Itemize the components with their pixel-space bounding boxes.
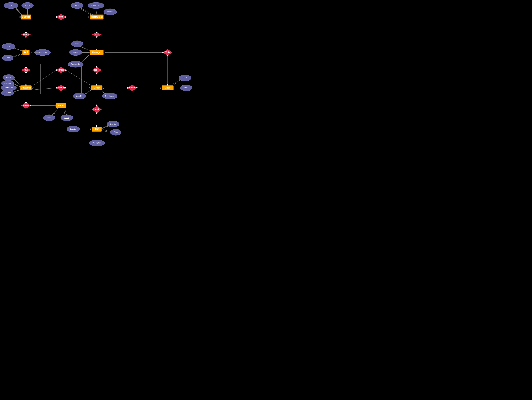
cheff-name-attr: Name (180, 85, 192, 91)
svg-line-74 (89, 87, 91, 88)
svg-line-153 (84, 90, 91, 94)
svg-point-108 (96, 66, 97, 68)
svg-point-96 (96, 32, 97, 33)
restaurant-address-attr: Address (104, 9, 117, 15)
waiter-rel-label: waiter (23, 104, 29, 106)
svg-point-120 (96, 105, 97, 106)
svg-line-68 (103, 51, 105, 52)
manager-contactno-label: Contact No. (71, 63, 80, 65)
manager-entity: Manager (90, 50, 105, 55)
order-noofitems-label: No. of items (105, 95, 114, 97)
svg-point-102 (25, 67, 27, 68)
item-description-attr: Description (89, 140, 105, 146)
customer-address2-attr: Address (1, 90, 14, 96)
svg-line-66 (29, 52, 32, 54)
manager-label: Manager (92, 51, 101, 53)
svg-line-31 (34, 88, 56, 90)
svg-point-105 (56, 70, 57, 71)
svg-line-1 (16, 9, 22, 15)
order-oderno-label: Oder No. (76, 95, 83, 97)
svg-line-65 (29, 51, 32, 52)
svg-line-34 (51, 110, 57, 116)
manager-idno-attr: ID No. (69, 49, 82, 56)
svg-line-59 (19, 17, 21, 18)
bill-entity: Bill (23, 50, 32, 55)
svg-point-109 (96, 73, 97, 74)
order-oderno-attr: Oder No. (73, 93, 86, 99)
svg-point-91 (65, 16, 66, 18)
svg-line-15 (79, 46, 89, 50)
customer-name-attr: Name (3, 74, 15, 81)
bill-billno-label: Bill No. (6, 45, 12, 47)
waiter-idno-attr: ID No. (61, 115, 73, 121)
waiter-name-label: Name (47, 117, 51, 119)
svg-point-103 (25, 72, 27, 73)
svg-point-90 (56, 16, 57, 18)
bill-label: Bill (24, 51, 28, 53)
svg-point-117 (127, 87, 128, 89)
svg-line-127 (80, 8, 93, 15)
svg-point-97 (96, 36, 97, 38)
item-price-attr: Price (110, 129, 121, 135)
restaurant-name-attr: Name (71, 2, 83, 9)
manager-contactno-attr: Contact No. (68, 61, 83, 67)
cheff-label: Cheff (165, 86, 171, 89)
takes-relation: Takes (92, 66, 101, 74)
svg-point-93 (25, 32, 27, 33)
svg-line-77 (102, 88, 105, 89)
cashier-label: Cashier (22, 16, 30, 18)
svg-point-118 (136, 87, 138, 89)
waiter-entity-label: waiter (58, 104, 64, 107)
takenby-label: Taken by (57, 86, 65, 89)
cheff-name-label: Name (184, 87, 188, 89)
customer-address1-label: Address (4, 82, 11, 84)
restaurant-label: Restaurant (91, 16, 102, 18)
svg-point-106 (65, 70, 66, 71)
paidto-label: Paid to (23, 33, 29, 36)
svg-point-115 (30, 105, 31, 106)
restaurant-contactno-label: Contact No. (91, 4, 101, 6)
order-label: Order (94, 86, 100, 89)
svg-point-99 (162, 52, 164, 53)
svg-line-143 (80, 54, 90, 63)
svg-line-123 (16, 7, 22, 15)
svg-point-121 (96, 112, 97, 114)
order-noofitems-attr: No. of items (102, 93, 117, 99)
svg-line-83 (159, 88, 162, 89)
manager-name-label: Name (75, 43, 79, 45)
cashier-name-attr: Name (22, 2, 33, 9)
paidto-relation: Paid to (21, 32, 31, 38)
restaurant-contactno-attr: Contact No. (88, 2, 104, 9)
has2-relation: Has (92, 32, 101, 38)
item-itemno-attr: Item No. (107, 121, 119, 127)
customer-entity: Customer (20, 85, 34, 90)
svg-line-88 (101, 129, 104, 130)
svg-line-145 (14, 79, 20, 86)
item-quantity-attr: Quantity (67, 126, 80, 132)
waiter-idno-label: ID No. (64, 117, 69, 119)
svg-line-63 (88, 17, 90, 18)
pays-relation: Pays (21, 67, 31, 73)
svg-line-75 (89, 88, 91, 89)
svg-point-114 (25, 102, 27, 103)
item-label: Item (95, 128, 99, 130)
waiter-relation: waiter (21, 102, 31, 109)
svg-line-85 (90, 128, 92, 129)
restaurant-address-label: Address (107, 11, 114, 13)
restaurant-entity: Restaurant (88, 15, 103, 19)
svg-line-58 (19, 16, 21, 17)
cashier-idno-label: ID No. (8, 4, 13, 6)
places-relation: Places (56, 67, 66, 73)
cheff-idno-attr: ID No. (179, 75, 191, 81)
order-entity: Order (89, 85, 105, 90)
svg-line-3 (80, 9, 91, 15)
places-label: Places (58, 69, 64, 71)
svg-line-76 (102, 87, 105, 88)
svg-line-157 (53, 108, 58, 116)
svg-line-72 (32, 88, 34, 89)
cashier-name-label: Name (25, 4, 30, 6)
contains-relation: Contains (92, 105, 101, 114)
svg-line-69 (103, 52, 105, 54)
svg-line-26 (34, 70, 56, 85)
svg-line-80 (54, 105, 56, 107)
